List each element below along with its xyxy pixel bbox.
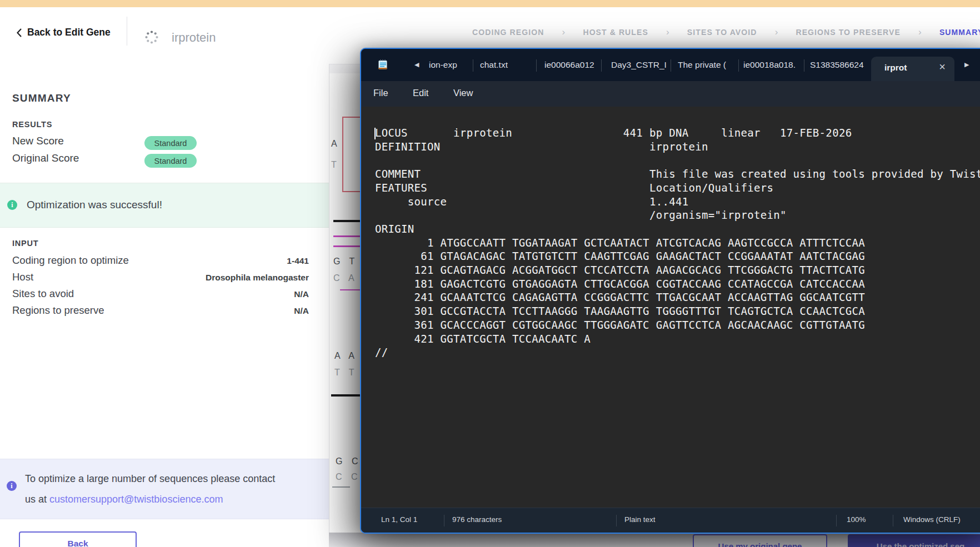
info-icon: i bbox=[7, 481, 17, 491]
success-banner: i Optimization was successful! bbox=[0, 183, 329, 228]
menu-edit[interactable]: Edit bbox=[413, 88, 428, 98]
notepad-statusbar: Ln 1, Col 1 976 characters Plain text 10… bbox=[361, 508, 980, 533]
screen: Back to Edit Gene irprotein CODING REGIO… bbox=[0, 0, 980, 547]
status-line-ending: Windows (CRLF) bbox=[903, 515, 961, 524]
status-cursor-position: Ln 1, Col 1 bbox=[381, 515, 417, 524]
back-button-label: Back bbox=[67, 539, 88, 547]
input-row-sites: Sites to avoid N/A bbox=[12, 288, 309, 304]
results-label: RESULTS bbox=[12, 120, 52, 129]
contact-line2-prefix: us at bbox=[25, 494, 49, 505]
sequence-rule-line bbox=[332, 486, 350, 488]
tab-ie00018a018[interactable]: ie00018a018. bbox=[743, 60, 800, 73]
use-optimized-sequence-button[interactable]: Use the optimized seq bbox=[848, 534, 980, 547]
tab-irprot-active[interactable]: irprot × bbox=[871, 57, 954, 81]
input-row-label: Host bbox=[12, 271, 33, 283]
annotation-line bbox=[340, 289, 360, 290]
input-row-label: Coding region to optimize bbox=[12, 254, 129, 267]
top-accent-bar bbox=[0, 0, 980, 7]
status-divider bbox=[893, 515, 893, 526]
contact-line1: To optimize a large number of sequences … bbox=[25, 473, 275, 484]
tab-divider bbox=[738, 59, 739, 72]
breadcrumb-coding-region[interactable]: CODING REGION bbox=[472, 28, 544, 37]
back-to-edit-gene-link[interactable]: Back to Edit Gene bbox=[17, 27, 111, 38]
tab-divider bbox=[536, 59, 537, 72]
tab-ion-exp[interactable]: ion-exp bbox=[429, 60, 472, 73]
tab-scroll-right-icon[interactable]: ▶ bbox=[964, 61, 969, 68]
original-score-label: Original Score bbox=[12, 152, 79, 164]
menu-file[interactable]: File bbox=[373, 88, 388, 98]
sequence-rule-line bbox=[333, 220, 360, 222]
new-score-label: New Score bbox=[12, 135, 64, 147]
tab-day3-cstr[interactable]: Day3_CSTR_I bbox=[611, 60, 667, 73]
contact-text: To optimize a large number of sequences … bbox=[25, 469, 275, 510]
status-divider bbox=[836, 515, 837, 526]
original-score-badge: Standard bbox=[144, 154, 197, 168]
notepad-app-icon bbox=[378, 59, 388, 71]
use-optimized-sequence-label: Use the optimized seq bbox=[877, 541, 964, 547]
tab-ie00066a012[interactable]: ie00066a012 bbox=[544, 60, 598, 73]
chevron-left-icon bbox=[17, 28, 22, 37]
contact-banner: i To optimize a large number of sequence… bbox=[0, 459, 329, 519]
menu-view[interactable]: View bbox=[453, 88, 473, 98]
breadcrumb-summary[interactable]: SUMMARY bbox=[939, 28, 980, 37]
tab-close-icon[interactable]: × bbox=[939, 61, 946, 73]
tab-s1383586624[interactable]: S1383586624 bbox=[810, 60, 868, 73]
input-row-label: Regions to preserve bbox=[12, 304, 104, 317]
chevron-right-icon: › bbox=[773, 27, 779, 38]
notepad-menubar: File Edit View bbox=[361, 81, 980, 107]
contact-email-link[interactable]: customersupport@twistbioscience.com bbox=[49, 494, 223, 505]
status-doc-type: Plain text bbox=[624, 515, 656, 524]
input-row-host: Host Drosophila melanogaster bbox=[12, 271, 309, 288]
chevron-right-icon: › bbox=[560, 27, 567, 38]
tab-divider bbox=[473, 59, 473, 72]
annotation-line bbox=[333, 245, 360, 247]
back-button[interactable]: Back bbox=[19, 531, 137, 547]
tab-scroll-left-icon[interactable]: ◀ bbox=[414, 61, 419, 68]
genbank-file-text: LOCUS irprotein 441 bp DNA linear 17-FEB… bbox=[375, 126, 980, 359]
input-row-coding-region: Coding region to optimize 1-441 bbox=[12, 254, 309, 271]
status-character-count: 976 characters bbox=[452, 515, 502, 524]
header-divider bbox=[127, 17, 127, 46]
sequence-rule-line bbox=[331, 394, 360, 397]
back-link-label: Back to Edit Gene bbox=[27, 27, 111, 38]
input-row-regions: Regions to preserve N/A bbox=[12, 304, 309, 321]
new-score-badge: Standard bbox=[144, 136, 197, 150]
tab-chat-txt[interactable]: chat.txt bbox=[480, 60, 524, 73]
tab-divider bbox=[804, 59, 804, 72]
sequence-letters: C A bbox=[333, 273, 358, 283]
active-tab-label: irprot bbox=[884, 63, 907, 73]
status-divider bbox=[444, 515, 444, 526]
annotation-line bbox=[333, 235, 360, 237]
breadcrumb: CODING REGION › HOST & RULES › SITES TO … bbox=[472, 26, 980, 39]
input-row-value: N/A bbox=[294, 306, 309, 316]
success-message: Optimization was successful! bbox=[27, 199, 162, 211]
notepad-editor[interactable]: LOCUS irprotein 441 bp DNA linear 17-FEB… bbox=[361, 107, 980, 508]
sequence-letter: T bbox=[331, 160, 340, 170]
tab-divider bbox=[601, 59, 602, 72]
input-row-value: 1-441 bbox=[287, 256, 309, 266]
input-row-label: Sites to avoid bbox=[12, 288, 74, 300]
chevron-right-icon: › bbox=[664, 27, 671, 38]
sequence-letters: C C bbox=[336, 472, 361, 482]
sequence-letters: G T bbox=[333, 257, 358, 267]
loading-spinner-icon bbox=[144, 30, 159, 44]
tab-the-private[interactable]: The private ( bbox=[678, 60, 734, 73]
use-original-gene-button[interactable]: Use my original gene bbox=[693, 534, 827, 547]
sequence-letters: A A bbox=[334, 351, 358, 361]
input-row-value: Drosophila melanogaster bbox=[206, 273, 309, 283]
breadcrumb-sites-to-avoid[interactable]: SITES TO AVOID bbox=[687, 28, 757, 37]
info-icon: i bbox=[7, 200, 17, 210]
status-divider bbox=[616, 515, 617, 526]
notepad-window: ◀ ion-exp chat.txt ie00066a012 Day3_CSTR… bbox=[360, 48, 980, 534]
gene-title: irprotein bbox=[172, 31, 216, 45]
chevron-right-icon: › bbox=[917, 27, 923, 38]
summary-heading: SUMMARY bbox=[12, 92, 71, 104]
breadcrumb-host-rules[interactable]: HOST & RULES bbox=[583, 28, 648, 37]
input-row-value: N/A bbox=[294, 289, 309, 299]
breadcrumb-regions-to-preserve[interactable]: REGIONS TO PRESERVE bbox=[796, 28, 900, 37]
notepad-titlebar[interactable]: ◀ ion-exp chat.txt ie00066a012 Day3_CSTR… bbox=[361, 49, 980, 81]
tab-divider bbox=[671, 59, 671, 72]
sequence-letters: T T bbox=[334, 368, 357, 378]
status-zoom-level: 100% bbox=[847, 515, 866, 524]
sequence-letter: A bbox=[331, 139, 341, 149]
